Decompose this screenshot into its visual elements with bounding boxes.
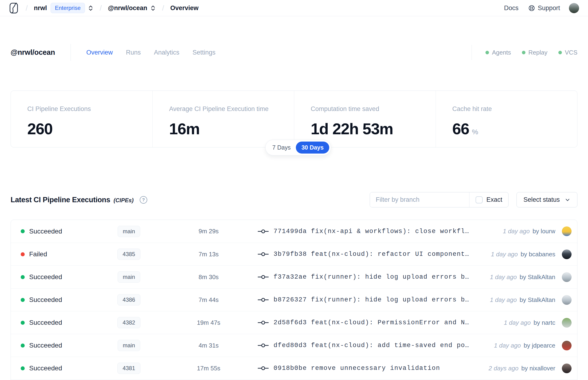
branch-badge[interactable]: main xyxy=(118,271,140,283)
tab[interactable]: Settings xyxy=(192,49,215,56)
breadcrumb-separator: / xyxy=(100,4,102,13)
cipe-row[interactable]: Succeeded main 8m 30s f37a32ae fix(runne… xyxy=(11,266,577,288)
avatar[interactable] xyxy=(562,341,571,350)
commit-text[interactable]: 771499da fix(nx-api & workflows): close … xyxy=(274,228,469,235)
help-icon[interactable]: ? xyxy=(140,196,147,204)
commit-text[interactable]: 2d58f6d3 feat(nx-cloud): PermissionError… xyxy=(274,319,469,326)
cipe-row[interactable]: Succeeded 4386 7m 44s b8726327 fix(runne… xyxy=(11,288,577,311)
nx-cloud-logo[interactable] xyxy=(9,2,18,14)
status-dot xyxy=(522,51,525,54)
integration-status-group: Agents Replay VCS xyxy=(485,49,577,56)
stats-section: CI Pipeline Executions 260 Average CI Pi… xyxy=(11,91,577,148)
git-commit-icon xyxy=(258,342,269,348)
breadcrumb-org[interactable]: nrwl xyxy=(34,4,47,12)
commit-text[interactable]: dfed80d3 feat(nx-cloud): add time-saved … xyxy=(274,342,469,349)
workspace-header: @nrwl/ocean Overview Runs Analytics Sett… xyxy=(11,44,577,61)
execution-status: Failed xyxy=(29,250,47,258)
commit-hash: 771499da xyxy=(274,228,307,235)
time-ago: 1 day ago xyxy=(490,296,517,304)
cipe-row[interactable]: Failed 4385 7m 13s 3b79fb38 feat(nx-clou… xyxy=(11,243,577,266)
commit-text[interactable]: 3b79fb38 feat(nx-cloud): refactor UI com… xyxy=(274,251,469,258)
commit-hash: 3b79fb38 xyxy=(274,251,307,258)
workspace-switcher-button[interactable] xyxy=(150,5,156,11)
commit-text[interactable]: b8726327 fix(runner): hide log upload er… xyxy=(274,296,469,303)
integration-status[interactable]: Agents xyxy=(485,49,511,56)
author: by nartc xyxy=(534,319,555,326)
duration: 4m 31s xyxy=(199,342,219,349)
cipe-row[interactable]: Succeeded main 4m 31s dfed80d3 feat(nx-c… xyxy=(11,334,577,357)
top-nav-bar: / nrwl Enterprise / @nrwl/ocean / Overvi… xyxy=(0,0,588,16)
range-option[interactable]: 30 Days xyxy=(296,142,329,153)
chevron-expand-icon xyxy=(150,5,156,11)
avatar[interactable] xyxy=(562,272,571,282)
commit-hash: dfed80d3 xyxy=(274,342,307,349)
docs-link[interactable]: Docs xyxy=(504,4,519,12)
time-ago: 1 day ago xyxy=(504,319,531,326)
stat-value: 260 xyxy=(27,120,53,138)
commit-hash: b8726327 xyxy=(274,296,307,303)
commit-message: feat(nx-cloud): refactor UI component… xyxy=(311,251,469,258)
time-ago: 1 day ago xyxy=(490,273,517,281)
time-ago: 1 day ago xyxy=(494,342,521,349)
duration: 7m 44s xyxy=(199,296,219,304)
exact-label: Exact xyxy=(486,196,502,203)
support-link[interactable]: Support xyxy=(528,4,560,12)
git-commit-icon xyxy=(258,365,269,371)
cipe-row[interactable]: Succeeded 4382 19m 47s 2d58f6d3 feat(nx-… xyxy=(11,311,577,334)
status-dot xyxy=(21,275,25,279)
branch-badge[interactable]: main xyxy=(118,340,140,351)
breadcrumb-separator: / xyxy=(26,4,28,13)
status-dot xyxy=(558,51,562,54)
user-avatar[interactable] xyxy=(569,3,579,13)
status-label: Agents xyxy=(492,49,511,56)
branch-badge[interactable]: 4386 xyxy=(117,294,140,305)
divider xyxy=(71,44,71,61)
branch-badge[interactable]: 4381 xyxy=(117,362,140,374)
git-commit-icon xyxy=(258,297,269,303)
cipe-row[interactable]: Succeeded main 9m 29s 771499da fix(nx-ap… xyxy=(11,220,577,243)
avatar[interactable] xyxy=(562,363,571,373)
commit-hash: 0918b0be xyxy=(274,365,307,372)
commit-message: fix(runner): hide log upload errors b… xyxy=(311,296,469,303)
branch-badge[interactable]: 4382 xyxy=(117,317,140,328)
life-buoy-icon xyxy=(528,5,535,12)
git-commit-icon xyxy=(258,228,269,234)
breadcrumb-workspace[interactable]: @nrwl/ocean xyxy=(108,4,147,12)
cipe-row[interactable]: Succeeded 4381 17m 55s 0918b0be remove u… xyxy=(11,357,577,380)
branch-badge[interactable]: 4385 xyxy=(117,248,140,260)
status-dot xyxy=(21,366,25,370)
avatar[interactable] xyxy=(562,227,571,236)
status-dot xyxy=(21,321,25,325)
git-commit-icon xyxy=(258,274,269,280)
status-dot xyxy=(485,51,489,54)
branch-badge[interactable]: main xyxy=(118,226,140,237)
breadcrumb-page: Overview xyxy=(170,4,199,12)
tab[interactable]: Runs xyxy=(126,49,141,56)
stat-card: Cache hit rate 66 % xyxy=(436,91,577,147)
stat-suffix: % xyxy=(472,128,478,136)
avatar[interactable] xyxy=(562,249,571,259)
integration-status[interactable]: VCS xyxy=(558,49,577,56)
commit-text[interactable]: f37a32ae fix(runner): hide log upload er… xyxy=(274,273,469,281)
branch-filter-input[interactable] xyxy=(370,192,469,207)
author: by lourw xyxy=(532,228,555,235)
duration: 8m 30s xyxy=(199,273,219,281)
chevron-down-icon xyxy=(565,197,570,203)
commit-hash: f37a32ae xyxy=(274,273,307,281)
org-switcher-button[interactable] xyxy=(88,5,94,11)
range-option[interactable]: 7 Days xyxy=(267,142,296,153)
avatar[interactable] xyxy=(562,318,571,327)
tab[interactable]: Overview xyxy=(86,49,113,56)
avatar[interactable] xyxy=(562,295,571,305)
git-commit-icon xyxy=(258,251,269,257)
duration: 9m 29s xyxy=(199,228,219,235)
tab[interactable]: Analytics xyxy=(154,49,179,56)
support-label: Support xyxy=(538,4,560,12)
exact-checkbox[interactable] xyxy=(475,196,483,203)
stat-value: 16m xyxy=(169,120,200,138)
commit-text[interactable]: 0918b0be remove unnecessary invalidation xyxy=(274,365,440,372)
duration: 17m 55s xyxy=(197,365,220,372)
status-select-button[interactable]: Select status xyxy=(516,192,577,208)
integration-status[interactable]: Replay xyxy=(522,49,548,56)
status-label: VCS xyxy=(565,49,577,56)
